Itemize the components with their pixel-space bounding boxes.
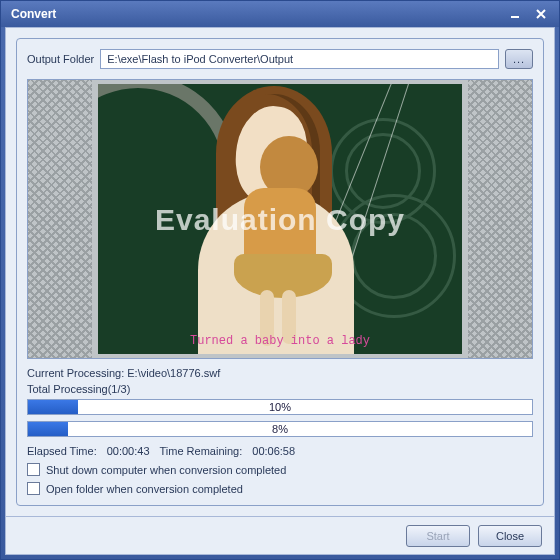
preview-caption: Turned a baby into a lady [98, 334, 462, 348]
close-dialog-button[interactable]: Close [478, 525, 542, 547]
svg-rect-0 [511, 16, 519, 18]
convert-dialog: Convert Output Folder ... [0, 0, 560, 560]
elapsed-label: Elapsed Time: [27, 445, 97, 457]
window-title: Convert [11, 7, 56, 21]
watermark-text: Evaluation Copy [98, 203, 462, 237]
current-processing-file: E:\video\18776.swf [127, 367, 220, 379]
openfolder-label: Open folder when conversion completed [46, 483, 243, 495]
dialog-footer: Start Close [6, 516, 554, 554]
remaining-value: 00:06:58 [252, 445, 295, 457]
current-processing-row: Current Processing: E:\video\18776.swf [27, 367, 533, 379]
current-progress-text: 10% [28, 400, 532, 414]
close-button[interactable] [529, 5, 553, 23]
main-panel: Output Folder ... [16, 38, 544, 506]
total-processing-label: Total Processing(1/3) [27, 383, 533, 395]
client-area: Output Folder ... [5, 27, 555, 555]
total-progress-bar: 8% [27, 421, 533, 437]
total-progress-text: 8% [28, 422, 532, 436]
preview-art: Evaluation Copy Turned a baby into a lad… [98, 84, 462, 354]
shutdown-label: Shut down computer when conversion compl… [46, 464, 286, 476]
current-progress-bar: 10% [27, 399, 533, 415]
browse-button[interactable]: ... [505, 49, 533, 69]
shutdown-checkbox[interactable] [27, 463, 40, 476]
output-folder-input[interactable] [100, 49, 499, 69]
output-folder-label: Output Folder [27, 53, 94, 65]
openfolder-checkbox[interactable] [27, 482, 40, 495]
shutdown-row: Shut down computer when conversion compl… [27, 463, 533, 476]
remaining-label: Time Remaining: [160, 445, 243, 457]
titlebar[interactable]: Convert [1, 1, 559, 27]
output-folder-row: Output Folder ... [27, 49, 533, 69]
openfolder-row: Open folder when conversion completed [27, 482, 533, 495]
time-row: Elapsed Time: 00:00:43 Time Remaining: 0… [27, 445, 533, 457]
window-controls [503, 5, 553, 23]
hatch-left [28, 80, 92, 358]
current-processing-label: Current Processing: [27, 367, 124, 379]
elapsed-value: 00:00:43 [107, 445, 150, 457]
progress-section: Current Processing: E:\video\18776.swf T… [27, 367, 533, 495]
video-preview: Evaluation Copy Turned a baby into a lad… [27, 79, 533, 359]
hatch-right [468, 80, 532, 358]
minimize-button[interactable] [503, 5, 527, 23]
start-button[interactable]: Start [406, 525, 470, 547]
